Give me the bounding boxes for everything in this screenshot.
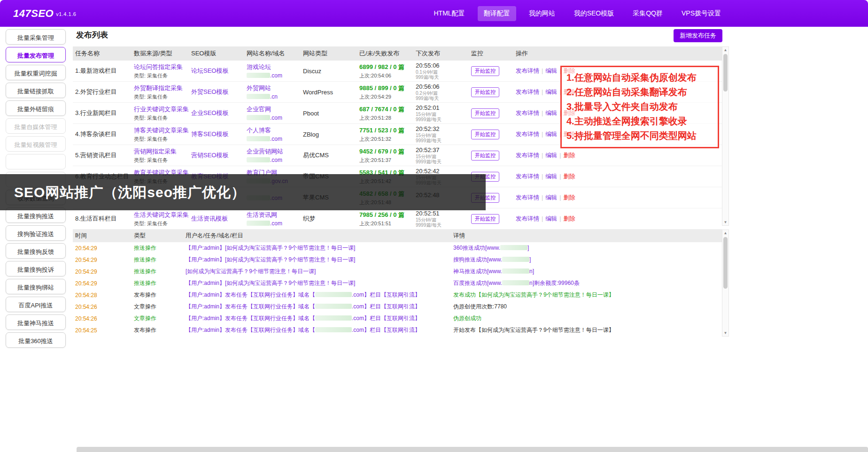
publish-counts: 6899 / 982 / 0 篇	[359, 63, 413, 71]
next-publish-time: 20:55:06	[416, 62, 469, 69]
publish-detail-link[interactable]: 发布详情	[516, 89, 539, 95]
site-domain: .com	[247, 220, 301, 227]
domain-mask	[247, 157, 270, 162]
publish-detail-link[interactable]: 发布详情	[516, 215, 539, 222]
log-table-scrollbar[interactable]: ▲ ▼	[722, 230, 729, 337]
site-name-link[interactable]: 企业营销网站	[247, 147, 301, 156]
domain-suffix: .com	[270, 115, 282, 121]
site-name-link[interactable]: 个人博客	[247, 126, 301, 135]
publish-rate: 15分钟/篇9999篇/每天	[416, 112, 469, 122]
table-row: 8.生活百科栏目 生活关键词文章采集 类型: 采集任务 生活资讯模板 生活资讯网…	[73, 208, 722, 230]
scrollbar-thumb[interactable]	[723, 237, 728, 289]
edit-link[interactable]: 编辑	[545, 194, 557, 201]
edit-link[interactable]: 编辑	[545, 131, 557, 138]
delete-link[interactable]: 删除	[564, 194, 575, 201]
monitor-button[interactable]: 开始监控	[471, 87, 499, 97]
sidebar-item[interactable]: 批量搜狗反馈	[6, 243, 66, 259]
sidebar-item[interactable]: 批量发布管理	[6, 47, 66, 62]
delete-link[interactable]: 删除	[564, 215, 575, 222]
scroll-up-icon[interactable]: ▲	[722, 230, 728, 236]
sidebar-item[interactable]: 批量搜狗绑站	[6, 279, 66, 294]
nav-item[interactable]: HTML配置	[428, 6, 471, 21]
edit-link[interactable]: 编辑	[545, 68, 557, 74]
seo-template-link[interactable]: 企业SEO模板	[191, 109, 228, 116]
log-row: 20:54:29 推送操作 【用户:admin】[如何成为淘宝运营高手？9个细节…	[73, 277, 722, 289]
cms-type: WordPress	[301, 89, 357, 96]
source-link[interactable]: 生活关键词文章采集	[134, 211, 189, 219]
promo-annotation-line: 3.批量导入文件夹自动发布	[566, 100, 713, 114]
task-name: 4.博客杂谈栏目	[73, 130, 132, 138]
publish-detail-link[interactable]: 发布详情	[516, 194, 539, 201]
sidebar-item[interactable]: 批量短视频管理	[6, 136, 66, 152]
nav-item[interactable]: 采集QQ群	[627, 6, 669, 21]
site-name-link[interactable]: 生活资讯网	[247, 211, 301, 219]
sidebar-item[interactable]: 批量自媒体管理	[6, 118, 66, 134]
sidebar-item[interactable]: 批量外链留痕	[6, 100, 66, 116]
add-publish-task-button[interactable]: 新增发布任务	[674, 29, 722, 42]
source-link[interactable]: 行业关键词文章采集	[134, 105, 189, 114]
sidebar-item[interactable]: 批量权重词挖掘	[6, 65, 66, 80]
delete-link[interactable]: 删除	[564, 152, 575, 159]
source-link[interactable]: 营销网指定采集	[134, 147, 189, 156]
message-mask	[315, 292, 352, 297]
log-time: 20:54:26	[73, 304, 132, 310]
publish-table-scrollbar[interactable]: ▲ ▼	[722, 46, 729, 226]
log-row: 20:54:26 文章操作 【用户:admin】发布任务【互联网行业任务】域名【…	[73, 301, 722, 313]
delete-link[interactable]: 删除	[564, 173, 575, 180]
sidebar-item[interactable]: 百度API推送	[6, 297, 66, 312]
monitor-button[interactable]: 开始监控	[471, 214, 499, 224]
log-type: 推送操作	[132, 268, 183, 276]
monitor-button[interactable]: 开始监控	[471, 151, 499, 161]
site-name-link[interactable]: 企业官网	[247, 105, 301, 114]
publish-detail-link[interactable]: 发布详情	[516, 68, 539, 74]
sidebar-item[interactable]: 批量神马推送	[6, 314, 66, 330]
edit-link[interactable]: 编辑	[545, 152, 557, 159]
edit-link[interactable]: 编辑	[545, 89, 557, 95]
row-actions: 发布详情|编辑|删除	[513, 152, 722, 160]
source-link[interactable]: 外贸翻译指定采集	[134, 84, 189, 92]
seo-template-link[interactable]: 营销SEO模板	[191, 152, 228, 159]
publish-detail-link[interactable]: 发布详情	[516, 152, 539, 159]
edit-link[interactable]: 编辑	[545, 173, 557, 180]
site-domain: .cn	[247, 93, 301, 100]
nav-item[interactable]: 翻译配置	[478, 6, 516, 21]
sidebar-item[interactable]: 批量采集管理	[6, 29, 66, 45]
sidebar-item[interactable]: 批量链接抓取	[6, 83, 66, 98]
nav-item[interactable]: 我的网站	[523, 6, 561, 21]
nav-item[interactable]: VPS拨号设置	[675, 6, 727, 21]
publish-detail-link[interactable]: 发布详情	[516, 131, 539, 138]
sidebar-item[interactable]	[6, 154, 66, 169]
log-message: 【用户:admin】发布任务【互联网行业任务】域名【.com】栏目【互联网引流】	[183, 314, 451, 322]
scroll-down-icon[interactable]: ▼	[722, 219, 728, 225]
scrollbar-thumb[interactable]	[723, 54, 728, 92]
task-name: 8.生活百科栏目	[73, 215, 132, 223]
sidebar-item[interactable]: 批量360推送	[6, 332, 66, 348]
nav-item[interactable]: 我的SEO模版	[568, 6, 620, 21]
domain-mask	[247, 221, 270, 226]
scroll-down-icon[interactable]: ▼	[722, 330, 728, 336]
monitor-button[interactable]: 开始监控	[471, 130, 499, 139]
source-link[interactable]: 博客关键词文章采集	[134, 126, 189, 135]
seo-template-link[interactable]: 外贸SEO模板	[191, 88, 228, 95]
sidebar-item[interactable]: 搜狗验证推送	[6, 225, 66, 241]
monitor-button[interactable]: 开始监控	[471, 66, 499, 76]
seo-template-link[interactable]: 博客SEO模板	[191, 130, 228, 138]
source-link[interactable]: 论坛问答指定采集	[134, 63, 189, 71]
domain-mask	[247, 94, 270, 99]
last-publish-time: 上次:20:51:32	[359, 136, 413, 143]
seo-template-link[interactable]: 生活资讯模板	[191, 215, 228, 222]
log-detail: 伪原创使用次数:7780	[451, 303, 722, 311]
publish-detail-link[interactable]: 发布详情	[516, 173, 539, 180]
edit-link[interactable]: 编辑	[545, 110, 557, 116]
column-header: 用户名/任务/域名/栏目	[183, 232, 451, 240]
log-time: 20:54:26	[73, 315, 132, 322]
edit-link[interactable]: 编辑	[545, 215, 557, 222]
log-detail: 伪原创成功	[451, 314, 722, 322]
site-name-link[interactable]: 外贸网站	[247, 84, 301, 92]
monitor-button[interactable]: 开始监控	[471, 108, 499, 118]
site-name-link[interactable]: 游戏论坛	[247, 63, 301, 71]
sidebar-item[interactable]: 批量搜狗投诉	[6, 261, 66, 276]
scroll-up-icon[interactable]: ▲	[722, 47, 728, 53]
seo-template-link[interactable]: 论坛SEO模板	[191, 67, 228, 74]
publish-detail-link[interactable]: 发布详情	[516, 110, 539, 116]
